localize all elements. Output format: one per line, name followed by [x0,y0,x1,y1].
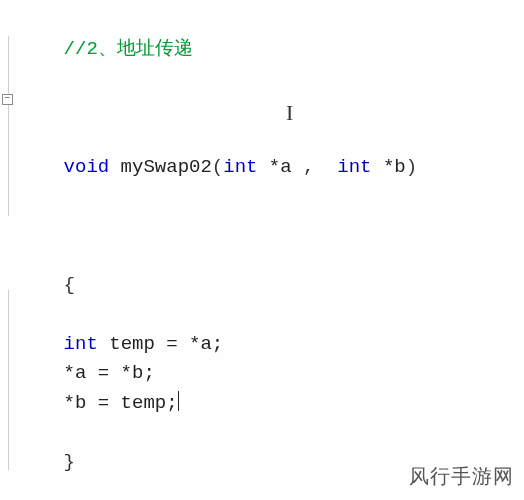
type-int: int [223,156,269,178]
comment-text: //2、地址传递 [64,38,193,60]
keyword-void: void [64,156,110,178]
minus-icon: − [2,94,13,105]
code-editor[interactable]: //2、地址传递 − void mySwap02(int *a , int *b… [0,0,524,500]
stmt: *b = temp; [64,392,178,414]
paren-open: ( [212,156,223,178]
comma: , [303,156,326,178]
func-name: mySwap02 [109,156,212,178]
type-int: int [64,333,98,355]
type-int: int [326,156,383,178]
watermark-text: 风行手游网 [409,461,514,492]
brace-close: } [64,451,75,473]
param-b: *b [383,156,406,178]
stmt: *a = *b; [64,362,155,384]
indent [18,333,64,355]
param-a: *a [269,156,303,178]
indent [18,392,64,414]
brace-open: { [64,274,75,296]
indent [18,362,64,384]
fold-bar-block1 [8,36,9,216]
stmt: temp = *a; [98,333,223,355]
code-line-comment1: //2、地址传递 [18,6,524,94]
text-cursor-icon: I [286,96,293,130]
paren-close: ) [406,156,417,178]
code-line-brace-open1: { [18,242,524,330]
fold-bar-block2 [8,290,9,470]
code-line-b1-l1: int temp = *a; [18,330,524,359]
code-line-b1-l3: *b = temp; [18,389,524,418]
code-line-sig1: − void mySwap02(int *a , int *b) I [18,94,524,241]
caret-icon [178,391,179,411]
fold-toggle-1[interactable]: − [0,94,14,105]
code-line-b1-l2: *a = *b; [18,359,524,388]
